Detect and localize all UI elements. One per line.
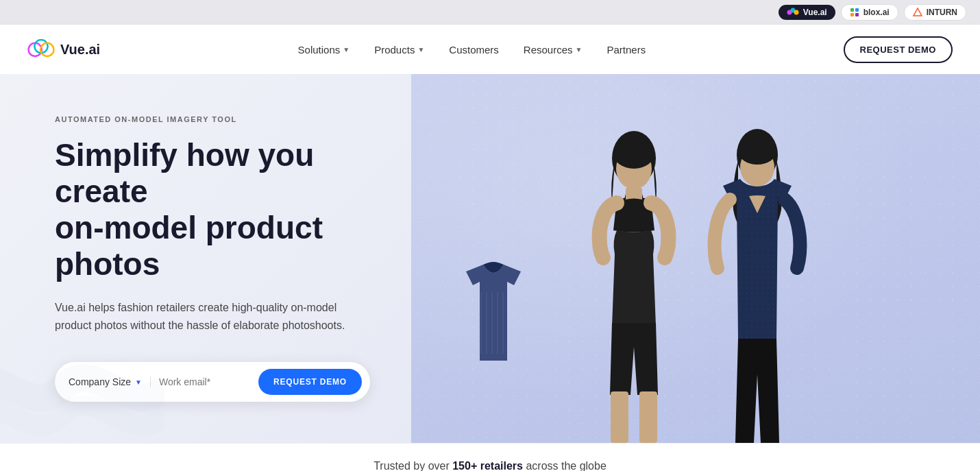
nav-products[interactable]: Products ▼	[363, 38, 435, 61]
ghost-shirt	[452, 258, 535, 374]
blox-ai-logo-icon	[850, 8, 859, 17]
svg-point-18	[613, 138, 654, 169]
inturn-badge[interactable]: INTURN	[904, 4, 966, 21]
hero-section: AUTOMATED ON-MODEL IMAGERY TOOL Simplify…	[0, 74, 980, 443]
hero-title: Simplify how you create on-model product…	[55, 137, 370, 282]
nav-links: Solutions ▼ Products ▼ Customers Resourc…	[287, 38, 657, 61]
hero-right-panel	[411, 74, 980, 443]
model-2-svg	[689, 121, 826, 443]
nav-request-demo-button[interactable]: REQUEST DEMO	[844, 36, 953, 63]
inturn-logo-icon	[913, 8, 922, 17]
nav-partners[interactable]: Partners	[596, 38, 657, 61]
inturn-label: INTURN	[927, 8, 957, 17]
trusted-suffix: across the globe	[523, 460, 607, 471]
ghost-shirt-svg	[452, 258, 535, 374]
nav-solutions[interactable]: Solutions ▼	[287, 38, 361, 61]
blox-ai-badge[interactable]: blox.ai	[841, 4, 898, 21]
svg-rect-22	[611, 391, 628, 443]
svg-rect-23	[639, 391, 657, 443]
svg-point-26	[738, 137, 776, 165]
company-size-chevron-icon: ▼	[135, 378, 142, 386]
hero-form: Company Size ▼ REQUEST DEMO	[55, 362, 370, 402]
vue-ai-label: Vue.ai	[803, 8, 827, 17]
svg-rect-6	[855, 13, 859, 16]
logo-icon	[27, 39, 55, 60]
email-input[interactable]	[159, 376, 250, 387]
trusted-bar: Trusted by over 150+ retailers across th…	[0, 443, 980, 471]
svg-marker-7	[914, 8, 922, 16]
trusted-prefix: Trusted by over	[373, 460, 452, 471]
products-chevron-icon: ▼	[417, 46, 424, 53]
svg-rect-4	[855, 8, 859, 12]
vue-ai-badge[interactable]: Vue.ai	[779, 5, 835, 20]
nav-resources[interactable]: Resources ▼	[513, 38, 593, 61]
model-1-svg	[565, 121, 702, 443]
resources-chevron-icon: ▼	[576, 46, 583, 53]
vue-ai-logo-icon	[787, 8, 799, 17]
trusted-highlight: 150+ retailers	[452, 460, 523, 471]
company-size-dropdown[interactable]: Company Size ▼	[69, 376, 151, 387]
nav-customers[interactable]: Customers	[438, 38, 510, 61]
hero-request-demo-button[interactable]: REQUEST DEMO	[258, 369, 362, 395]
svg-point-2	[794, 10, 798, 15]
hero-left-panel: AUTOMATED ON-MODEL IMAGERY TOOL Simplify…	[0, 74, 411, 443]
company-size-label: Company Size	[69, 376, 131, 387]
navbar: Vue.ai Solutions ▼ Products ▼ Customers …	[0, 25, 980, 74]
svg-rect-3	[850, 8, 854, 12]
blox-ai-label: blox.ai	[863, 8, 890, 17]
svg-rect-5	[850, 13, 854, 16]
logo-link[interactable]: Vue.ai	[27, 39, 100, 60]
solutions-chevron-icon: ▼	[343, 46, 350, 53]
hero-eyebrow: AUTOMATED ON-MODEL IMAGERY TOOL	[55, 115, 370, 123]
hero-subtitle: Vue.ai helps fashion retailers create hi…	[55, 299, 370, 335]
top-bar: Vue.ai blox.ai INTURN	[0, 0, 980, 25]
